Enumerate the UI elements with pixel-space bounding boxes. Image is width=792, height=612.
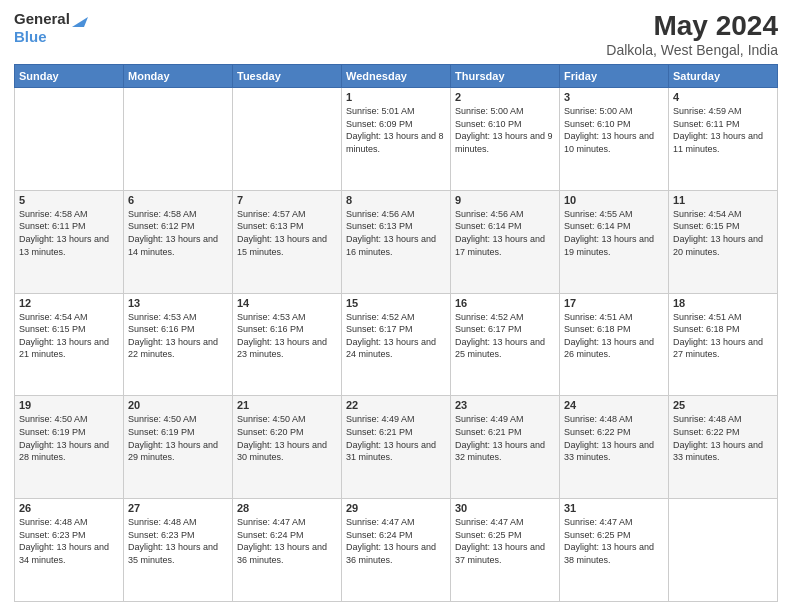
week-row-2: 12Sunrise: 4:54 AM Sunset: 6:15 PM Dayli… <box>15 293 778 396</box>
day-number: 19 <box>19 399 119 411</box>
day-number: 2 <box>455 91 555 103</box>
header-friday: Friday <box>560 65 669 88</box>
day-number: 12 <box>19 297 119 309</box>
header-tuesday: Tuesday <box>233 65 342 88</box>
day-info: Sunrise: 4:47 AM Sunset: 6:25 PM Dayligh… <box>455 516 555 566</box>
day-number: 1 <box>346 91 446 103</box>
day-cell: 3Sunrise: 5:00 AM Sunset: 6:10 PM Daylig… <box>560 88 669 191</box>
day-number: 23 <box>455 399 555 411</box>
svg-marker-0 <box>72 17 88 27</box>
day-info: Sunrise: 4:54 AM Sunset: 6:15 PM Dayligh… <box>19 311 119 361</box>
day-cell <box>15 88 124 191</box>
day-number: 14 <box>237 297 337 309</box>
day-info: Sunrise: 4:53 AM Sunset: 6:16 PM Dayligh… <box>128 311 228 361</box>
day-cell: 11Sunrise: 4:54 AM Sunset: 6:15 PM Dayli… <box>669 190 778 293</box>
day-number: 31 <box>564 502 664 514</box>
day-cell: 21Sunrise: 4:50 AM Sunset: 6:20 PM Dayli… <box>233 396 342 499</box>
day-info: Sunrise: 4:58 AM Sunset: 6:11 PM Dayligh… <box>19 208 119 258</box>
day-cell: 28Sunrise: 4:47 AM Sunset: 6:24 PM Dayli… <box>233 499 342 602</box>
day-cell: 23Sunrise: 4:49 AM Sunset: 6:21 PM Dayli… <box>451 396 560 499</box>
week-row-1: 5Sunrise: 4:58 AM Sunset: 6:11 PM Daylig… <box>15 190 778 293</box>
day-number: 5 <box>19 194 119 206</box>
day-number: 17 <box>564 297 664 309</box>
day-number: 13 <box>128 297 228 309</box>
day-number: 9 <box>455 194 555 206</box>
day-number: 30 <box>455 502 555 514</box>
day-cell: 7Sunrise: 4:57 AM Sunset: 6:13 PM Daylig… <box>233 190 342 293</box>
day-info: Sunrise: 4:47 AM Sunset: 6:24 PM Dayligh… <box>346 516 446 566</box>
header-saturday: Saturday <box>669 65 778 88</box>
calendar-title: May 2024 <box>606 10 778 42</box>
day-info: Sunrise: 4:47 AM Sunset: 6:24 PM Dayligh… <box>237 516 337 566</box>
day-cell: 22Sunrise: 4:49 AM Sunset: 6:21 PM Dayli… <box>342 396 451 499</box>
day-cell: 12Sunrise: 4:54 AM Sunset: 6:15 PM Dayli… <box>15 293 124 396</box>
day-number: 29 <box>346 502 446 514</box>
day-cell: 31Sunrise: 4:47 AM Sunset: 6:25 PM Dayli… <box>560 499 669 602</box>
title-block: May 2024 Dalkola, West Bengal, India <box>606 10 778 58</box>
day-info: Sunrise: 4:48 AM Sunset: 6:23 PM Dayligh… <box>128 516 228 566</box>
day-info: Sunrise: 4:51 AM Sunset: 6:18 PM Dayligh… <box>564 311 664 361</box>
day-number: 18 <box>673 297 773 309</box>
day-info: Sunrise: 5:01 AM Sunset: 6:09 PM Dayligh… <box>346 105 446 155</box>
day-cell <box>233 88 342 191</box>
day-cell <box>669 499 778 602</box>
day-cell: 26Sunrise: 4:48 AM Sunset: 6:23 PM Dayli… <box>15 499 124 602</box>
day-cell: 5Sunrise: 4:58 AM Sunset: 6:11 PM Daylig… <box>15 190 124 293</box>
day-info: Sunrise: 4:51 AM Sunset: 6:18 PM Dayligh… <box>673 311 773 361</box>
day-info: Sunrise: 4:49 AM Sunset: 6:21 PM Dayligh… <box>346 413 446 463</box>
day-number: 16 <box>455 297 555 309</box>
day-cell: 18Sunrise: 4:51 AM Sunset: 6:18 PM Dayli… <box>669 293 778 396</box>
day-number: 25 <box>673 399 773 411</box>
header: General Blue May 2024 Dalkola, West Beng… <box>14 10 778 58</box>
day-info: Sunrise: 4:56 AM Sunset: 6:14 PM Dayligh… <box>455 208 555 258</box>
week-row-3: 19Sunrise: 4:50 AM Sunset: 6:19 PM Dayli… <box>15 396 778 499</box>
day-cell: 20Sunrise: 4:50 AM Sunset: 6:19 PM Dayli… <box>124 396 233 499</box>
calendar-subtitle: Dalkola, West Bengal, India <box>606 42 778 58</box>
day-header-row: Sunday Monday Tuesday Wednesday Thursday… <box>15 65 778 88</box>
day-cell: 2Sunrise: 5:00 AM Sunset: 6:10 PM Daylig… <box>451 88 560 191</box>
day-cell: 9Sunrise: 4:56 AM Sunset: 6:14 PM Daylig… <box>451 190 560 293</box>
week-row-4: 26Sunrise: 4:48 AM Sunset: 6:23 PM Dayli… <box>15 499 778 602</box>
day-info: Sunrise: 4:55 AM Sunset: 6:14 PM Dayligh… <box>564 208 664 258</box>
day-cell <box>124 88 233 191</box>
day-cell: 24Sunrise: 4:48 AM Sunset: 6:22 PM Dayli… <box>560 396 669 499</box>
day-number: 15 <box>346 297 446 309</box>
day-cell: 4Sunrise: 4:59 AM Sunset: 6:11 PM Daylig… <box>669 88 778 191</box>
day-cell: 1Sunrise: 5:01 AM Sunset: 6:09 PM Daylig… <box>342 88 451 191</box>
day-number: 28 <box>237 502 337 514</box>
day-number: 26 <box>19 502 119 514</box>
day-number: 27 <box>128 502 228 514</box>
day-number: 8 <box>346 194 446 206</box>
day-info: Sunrise: 4:48 AM Sunset: 6:23 PM Dayligh… <box>19 516 119 566</box>
day-info: Sunrise: 4:48 AM Sunset: 6:22 PM Dayligh… <box>673 413 773 463</box>
header-thursday: Thursday <box>451 65 560 88</box>
day-number: 22 <box>346 399 446 411</box>
day-cell: 19Sunrise: 4:50 AM Sunset: 6:19 PM Dayli… <box>15 396 124 499</box>
day-cell: 8Sunrise: 4:56 AM Sunset: 6:13 PM Daylig… <box>342 190 451 293</box>
calendar-table: Sunday Monday Tuesday Wednesday Thursday… <box>14 64 778 602</box>
day-info: Sunrise: 4:47 AM Sunset: 6:25 PM Dayligh… <box>564 516 664 566</box>
header-monday: Monday <box>124 65 233 88</box>
day-info: Sunrise: 5:00 AM Sunset: 6:10 PM Dayligh… <box>564 105 664 155</box>
day-info: Sunrise: 4:50 AM Sunset: 6:19 PM Dayligh… <box>19 413 119 463</box>
day-number: 3 <box>564 91 664 103</box>
day-cell: 29Sunrise: 4:47 AM Sunset: 6:24 PM Dayli… <box>342 499 451 602</box>
day-cell: 16Sunrise: 4:52 AM Sunset: 6:17 PM Dayli… <box>451 293 560 396</box>
day-number: 24 <box>564 399 664 411</box>
day-cell: 25Sunrise: 4:48 AM Sunset: 6:22 PM Dayli… <box>669 396 778 499</box>
day-number: 10 <box>564 194 664 206</box>
day-info: Sunrise: 4:52 AM Sunset: 6:17 PM Dayligh… <box>346 311 446 361</box>
day-info: Sunrise: 4:50 AM Sunset: 6:19 PM Dayligh… <box>128 413 228 463</box>
day-cell: 17Sunrise: 4:51 AM Sunset: 6:18 PM Dayli… <box>560 293 669 396</box>
header-wednesday: Wednesday <box>342 65 451 88</box>
logo-text: General Blue <box>14 10 88 46</box>
page: General Blue May 2024 Dalkola, West Beng… <box>0 0 792 612</box>
day-info: Sunrise: 4:48 AM Sunset: 6:22 PM Dayligh… <box>564 413 664 463</box>
day-info: Sunrise: 4:52 AM Sunset: 6:17 PM Dayligh… <box>455 311 555 361</box>
day-cell: 14Sunrise: 4:53 AM Sunset: 6:16 PM Dayli… <box>233 293 342 396</box>
day-info: Sunrise: 4:49 AM Sunset: 6:21 PM Dayligh… <box>455 413 555 463</box>
day-info: Sunrise: 4:56 AM Sunset: 6:13 PM Dayligh… <box>346 208 446 258</box>
day-info: Sunrise: 5:00 AM Sunset: 6:10 PM Dayligh… <box>455 105 555 155</box>
day-cell: 10Sunrise: 4:55 AM Sunset: 6:14 PM Dayli… <box>560 190 669 293</box>
day-info: Sunrise: 4:53 AM Sunset: 6:16 PM Dayligh… <box>237 311 337 361</box>
